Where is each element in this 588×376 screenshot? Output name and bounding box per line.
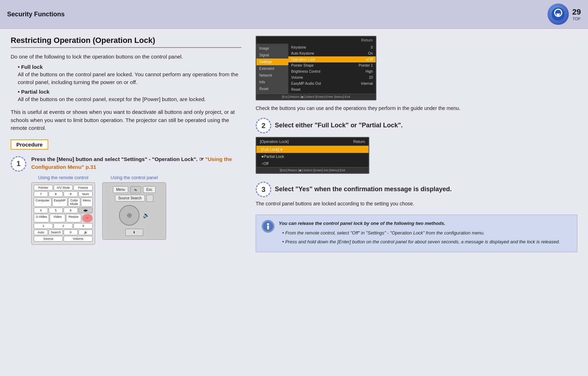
step-1-images: Using the remote control Pointer A/V Mut… xyxy=(31,175,241,245)
menu-item-info: Info xyxy=(256,79,288,85)
step-1-container: 1 Press the [Menu] button and select "Se… xyxy=(11,155,241,245)
rc-5: 5 xyxy=(49,208,63,213)
bullet-partial-lock: • Partial lock All of the buttons on the… xyxy=(18,89,241,104)
rc-resize: Resize xyxy=(66,214,81,222)
op-lock-return: Return xyxy=(353,139,365,144)
procedure-badge: Procedure xyxy=(11,139,48,150)
rc-8: 8 xyxy=(49,191,63,197)
op-lock-item-full: [Full Lock] ● xyxy=(256,146,369,153)
cp-esc: Esc xyxy=(143,186,156,193)
bullet-full-lock-desc: All of the buttons on the control panel … xyxy=(18,71,241,87)
cp-dpad-circle: ⊕ xyxy=(119,205,140,226)
tip-content: You can release the control panel lock b… xyxy=(279,220,560,247)
panel-caption: Using the control panel xyxy=(102,175,166,180)
menu-main: Keystone0 Auto KeystoneOn Operation Lock… xyxy=(288,44,376,94)
cp-bottom: ⬇ xyxy=(125,229,143,236)
cp-top-row: Menu ⇋ Esc xyxy=(113,186,156,193)
menu-row-pointer: Pointer ShapePointer 1 xyxy=(288,62,376,68)
step-2-block: 2 Select either "Full Lock" or "Partial … xyxy=(256,117,577,174)
rc-auto: Auto xyxy=(34,230,48,235)
menu-row-keystone: Keystone0 xyxy=(288,44,376,50)
menu-row-op-lock: Operation Lock●Off xyxy=(288,56,376,62)
rc-4: 4 xyxy=(34,208,48,213)
menu-return-label: Return xyxy=(361,38,373,42)
menu-screenshot: Return Image Signal Settings Extended Ne… xyxy=(256,36,376,100)
menu-item-network: Network xyxy=(256,72,288,79)
rc-hand: ☞ xyxy=(82,214,93,222)
menu-row-auto-keystone: Auto KeystoneOn xyxy=(288,50,376,56)
step-2-header: 2 Select either "Full Lock" or "Partial … xyxy=(256,117,577,133)
rc-freeze: Freeze xyxy=(74,185,93,190)
bullet-partial-lock-header: • Partial lock xyxy=(18,89,241,95)
menu-row-volume: Volume10 xyxy=(288,74,376,81)
op-lock-item-off: ↑Off xyxy=(256,160,369,167)
op-lock-item-partial: ●Partial Lock xyxy=(256,153,369,160)
rc-search: Search xyxy=(49,230,63,235)
menu-item-extended: Extended xyxy=(256,65,288,72)
menu-sidebar: Image Signal Settings Extended Network I… xyxy=(256,44,288,94)
menu-item-reset: Reset xyxy=(256,85,288,92)
step-3-text: Select "Yes" when the confirmation messa… xyxy=(275,186,452,193)
op-lock-title: [Operation Lock] xyxy=(260,139,289,144)
cp-source: Source Search xyxy=(115,195,145,201)
rc-easymp: EasyMP xyxy=(52,198,68,207)
menu-top-bar: Return xyxy=(256,37,376,44)
step-1-link[interactable]: "Using the Configuration Menu" p.31 xyxy=(31,156,232,170)
cp-square xyxy=(146,195,153,202)
step-2-number: 2 xyxy=(256,118,271,133)
rc-6: 6 xyxy=(64,208,78,213)
menu-content: Image Signal Settings Extended Network I… xyxy=(256,44,376,94)
op-lock-menu: [Operation Lock] Return [Full Lock] ● ●P… xyxy=(256,137,369,174)
rc-3: 3 xyxy=(74,223,93,229)
rc-svideo: S-Video xyxy=(34,214,49,222)
rc-arrow: ◀▶ xyxy=(78,208,93,213)
step-1-number: 1 xyxy=(11,156,26,172)
header-right: 29 TOP xyxy=(548,4,581,25)
header-title: Security Functions xyxy=(7,11,65,18)
rc-volume: Volume xyxy=(64,236,93,242)
rc-pointer: Pointer xyxy=(34,185,53,190)
content-area: Restricting Operation (Operation Lock) D… xyxy=(0,29,588,259)
section-title: Restricting Operation (Operation Lock) xyxy=(11,36,241,48)
rc-7: 7 xyxy=(34,191,48,197)
svg-point-4 xyxy=(267,223,269,225)
svg-point-5 xyxy=(268,230,269,231)
menu-row-easymp: EasyMP Audio OutInternal xyxy=(288,81,376,87)
extra-text: This is useful at events or shows when y… xyxy=(11,108,241,132)
check-desc: Check the buttons you can use and the op… xyxy=(256,105,577,112)
control-panel-block: Using the control panel Menu ⇋ Esc Sourc… xyxy=(102,175,166,245)
menu-item-settings: Settings xyxy=(256,59,288,65)
op-lock-footer: [Esc]:Return [◆]:Select [Enter]:Set [Men… xyxy=(256,167,369,173)
rc-computer: Computer xyxy=(34,198,51,207)
rc-1: 1 xyxy=(34,223,53,229)
cp-speaker: 🔉 xyxy=(143,212,150,219)
step-3-block: 3 Select "Yes" when the confirmation mes… xyxy=(256,181,577,208)
step-3-number: 3 xyxy=(256,182,271,197)
step-3-desc: The control panel buttons are locked acc… xyxy=(256,200,577,208)
rc-vol-icon: 🔊 xyxy=(78,230,93,235)
tip-bullet-1: • From the remote control, select "Off" … xyxy=(282,230,560,237)
menu-item-image: Image xyxy=(256,45,288,52)
step-3-header: 3 Select "Yes" when the confirmation mes… xyxy=(256,181,577,197)
menu-item-signal: Signal xyxy=(256,52,288,59)
remote-caption: Using the remote control xyxy=(31,175,95,180)
rc-9: 9 xyxy=(64,191,78,197)
bullet-full-lock-header: • Full lock xyxy=(18,64,241,70)
tip-bullet-2: • Press and hold down the [Enter] button… xyxy=(282,238,560,246)
rc-avmute: A/V Mute xyxy=(54,185,73,190)
bullet-full-lock: • Full lock All of the buttons on the co… xyxy=(18,64,241,87)
remote-control-block: Using the remote control Pointer A/V Mut… xyxy=(31,175,95,245)
remote-control-image: Pointer A/V Mute Freeze 7 8 9 Num xyxy=(31,182,95,245)
cp-menu-btn: Menu xyxy=(113,186,128,193)
rc-num: Num xyxy=(78,191,93,197)
rc-video: Video xyxy=(50,214,65,222)
step-1-text: Press the [Menu] button and select "Sett… xyxy=(31,155,241,171)
intro-text: Do one of the following to lock the oper… xyxy=(11,53,241,61)
cp-sync: ⇋ xyxy=(130,186,141,193)
step-1-content: Press the [Menu] button and select "Sett… xyxy=(31,155,241,245)
bullet-partial-lock-desc: All of the buttons on the control panel,… xyxy=(18,95,241,104)
step-2-text: Select either "Full Lock" or "Partial Lo… xyxy=(275,122,403,129)
menu-row-brightness: Brightness ControlHigh xyxy=(288,68,376,74)
tip-main-text: You can release the control panel lock b… xyxy=(279,220,560,227)
tip-icon xyxy=(262,220,274,233)
